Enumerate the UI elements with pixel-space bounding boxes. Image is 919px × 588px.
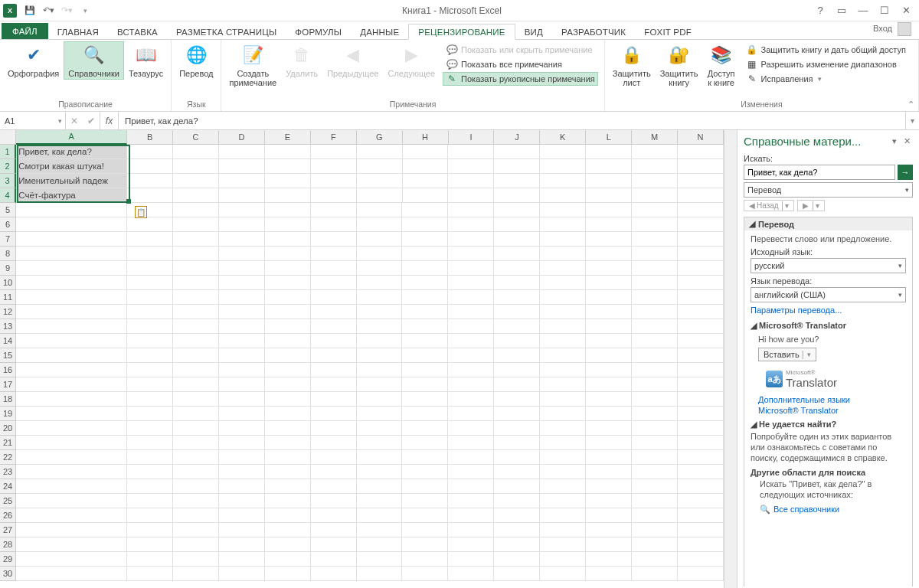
cell-A3[interactable]: Именительный падеж: [16, 174, 127, 188]
cell-F12[interactable]: [311, 305, 357, 319]
cell-F13[interactable]: [311, 319, 357, 334]
help-icon[interactable]: ?: [810, 2, 830, 19]
cell-B26[interactable]: [127, 508, 173, 523]
translation-options-link[interactable]: Параметры перевода...: [751, 305, 906, 315]
cell-J12[interactable]: [494, 305, 540, 319]
cell-K16[interactable]: [540, 363, 586, 377]
cell-L10[interactable]: [586, 276, 632, 290]
cell-C2[interactable]: [173, 159, 219, 174]
cell-C20[interactable]: [173, 421, 219, 436]
cell-N4[interactable]: [678, 188, 724, 203]
cell-H25[interactable]: [402, 494, 448, 508]
qat-customize-icon[interactable]: ▾: [77, 2, 93, 19]
cell-G29[interactable]: [357, 552, 403, 567]
cell-C1[interactable]: [173, 145, 219, 159]
cell-D11[interactable]: [219, 290, 265, 305]
row-header-18[interactable]: 18: [0, 392, 16, 407]
cell-J22[interactable]: [494, 450, 540, 465]
cell-B13[interactable]: [127, 319, 173, 334]
cell-A16[interactable]: [16, 363, 127, 377]
cell-G27[interactable]: [357, 523, 403, 537]
cell-A2[interactable]: Смотри какая штука!: [16, 159, 127, 174]
grid[interactable]: 1Привет, как дела?2Смотри какая штука!3И…: [0, 145, 724, 588]
cell-D7[interactable]: [219, 232, 265, 247]
cell-G9[interactable]: [357, 261, 403, 276]
smart-tag-icon[interactable]: 📋: [135, 206, 147, 218]
cell-J19[interactable]: [494, 407, 540, 421]
cell-B12[interactable]: [127, 305, 173, 319]
cell-E18[interactable]: [265, 392, 311, 407]
cell-B15[interactable]: [127, 348, 173, 363]
cell-I2[interactable]: [448, 159, 494, 174]
cell-B14[interactable]: [127, 334, 173, 348]
cell-J17[interactable]: [494, 377, 540, 392]
cell-E2[interactable]: [265, 159, 311, 174]
cell-C28[interactable]: [173, 537, 219, 552]
col-header-H[interactable]: H: [403, 130, 449, 145]
row-header-29[interactable]: 29: [0, 552, 16, 567]
cell-B20[interactable]: [127, 421, 173, 436]
cell-C25[interactable]: [173, 494, 219, 508]
cell-J26[interactable]: [494, 508, 540, 523]
cell-D12[interactable]: [219, 305, 265, 319]
cell-N1[interactable]: [678, 145, 724, 159]
cell-I14[interactable]: [448, 334, 494, 348]
cell-G30[interactable]: [357, 567, 403, 581]
cell-J7[interactable]: [494, 232, 540, 247]
cell-N6[interactable]: [678, 217, 724, 232]
cell-F23[interactable]: [311, 465, 357, 479]
cell-C6[interactable]: [173, 217, 219, 232]
cell-J1[interactable]: [494, 145, 540, 159]
cell-K7[interactable]: [540, 232, 586, 247]
cell-I5[interactable]: [448, 203, 494, 217]
cell-L16[interactable]: [586, 363, 632, 377]
cell-J30[interactable]: [494, 567, 540, 581]
cell-G19[interactable]: [357, 407, 403, 421]
cell-B21[interactable]: [127, 436, 173, 450]
cell-G18[interactable]: [357, 392, 403, 407]
cell-A4[interactable]: Счёт-фактура: [16, 188, 127, 203]
row-header-17[interactable]: 17: [0, 377, 16, 392]
row-header-8[interactable]: 8: [0, 247, 16, 261]
cell-K10[interactable]: [540, 276, 586, 290]
cell-N21[interactable]: [678, 436, 724, 450]
cell-K11[interactable]: [540, 290, 586, 305]
cell-E11[interactable]: [265, 290, 311, 305]
cell-I9[interactable]: [448, 261, 494, 276]
cell-K22[interactable]: [540, 450, 586, 465]
col-header-C[interactable]: C: [173, 130, 219, 145]
cell-M6[interactable]: [632, 217, 678, 232]
search-input[interactable]: [744, 165, 895, 180]
cell-L6[interactable]: [586, 217, 632, 232]
cell-J6[interactable]: [494, 217, 540, 232]
cell-I16[interactable]: [448, 363, 494, 377]
cell-N12[interactable]: [678, 305, 724, 319]
cell-A10[interactable]: [16, 276, 127, 290]
cell-A26[interactable]: [16, 508, 127, 523]
ms-translator-link[interactable]: Microsoft® Translator: [758, 406, 906, 415]
row-header-19[interactable]: 19: [0, 407, 16, 421]
cell-I4[interactable]: [448, 188, 494, 203]
cell-A23[interactable]: [16, 465, 127, 479]
close-icon[interactable]: ✕: [896, 2, 916, 19]
cell-M29[interactable]: [632, 552, 678, 567]
cell-K28[interactable]: [540, 537, 586, 552]
cell-F4[interactable]: [311, 188, 357, 203]
cell-K8[interactable]: [540, 247, 586, 261]
cell-N28[interactable]: [678, 537, 724, 552]
cell-M14[interactable]: [632, 334, 678, 348]
cell-N23[interactable]: [678, 465, 724, 479]
cell-E20[interactable]: [265, 421, 311, 436]
cell-H19[interactable]: [402, 407, 448, 421]
cell-L28[interactable]: [586, 537, 632, 552]
cell-C11[interactable]: [173, 290, 219, 305]
cell-J2[interactable]: [494, 159, 540, 174]
row-header-22[interactable]: 22: [0, 450, 16, 465]
cell-M4[interactable]: [632, 188, 678, 203]
cell-A24[interactable]: [16, 479, 127, 494]
cell-L23[interactable]: [586, 465, 632, 479]
allow-ranges-button[interactable]: ▦ Разрешить изменение диапазонов: [743, 57, 909, 71]
cell-H12[interactable]: [402, 305, 448, 319]
cell-N30[interactable]: [678, 567, 724, 581]
tab-view[interactable]: ВИД: [515, 24, 552, 39]
